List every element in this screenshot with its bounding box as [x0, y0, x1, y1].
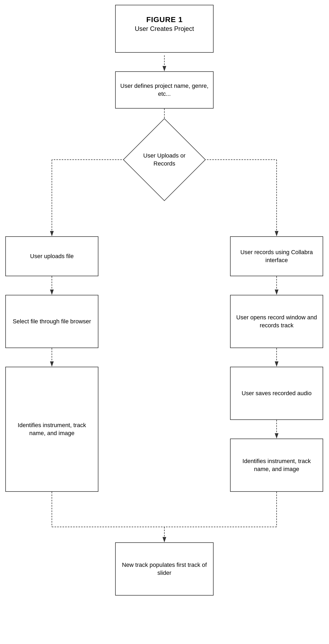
uploads-or-records-diamond: User Uploads or Records — [135, 130, 194, 189]
user-opens-record-box: User opens record window and records tra… — [230, 295, 323, 348]
diagram-container: User Creates Project User defines projec… — [0, 0, 329, 29]
user-saves-audio-box: User saves recorded audio — [230, 367, 323, 420]
user-defines-box: User defines project name, genre, etc... — [115, 71, 214, 109]
user-uploads-file-box: User uploads file — [5, 236, 98, 276]
identifies-instrument-left-box: Identifies instrument, track name, and i… — [5, 367, 98, 492]
identifies-instrument-right-box: Identifies instrument, track name, and i… — [230, 439, 323, 492]
figure-label: FIGURE 1 — [146, 15, 183, 24]
diamond-label: User Uploads or Records — [135, 130, 194, 189]
user-creates-project-box: User Creates Project — [115, 5, 214, 53]
new-track-box: New track populates first track of slide… — [115, 542, 214, 596]
select-file-box: Select file through file browser — [5, 295, 98, 348]
user-records-collabra-box: User records using Collabra interface — [230, 236, 323, 276]
